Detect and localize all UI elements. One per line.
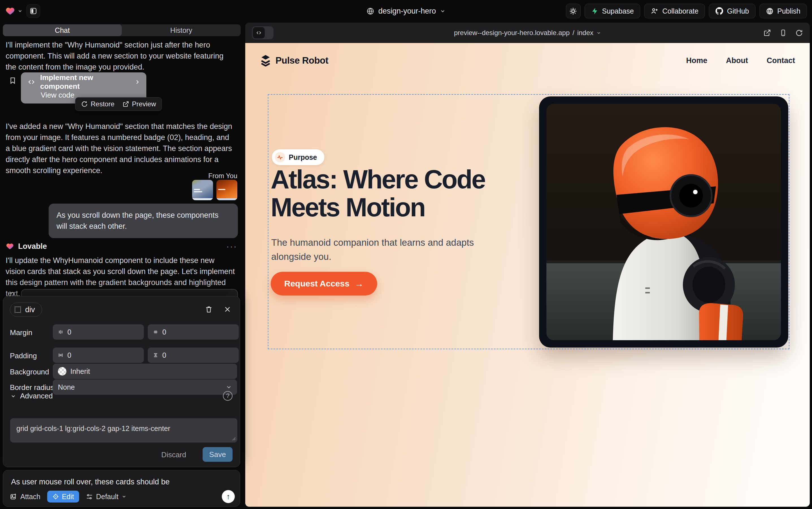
preview-panel: preview--design-your-hero.lovable.app / … <box>245 23 810 507</box>
padding-y-field[interactable] <box>148 347 239 363</box>
mobile-view-button[interactable] <box>779 29 787 37</box>
toggle-sidebar-button[interactable] <box>27 4 40 18</box>
nav-home[interactable]: Home <box>686 56 707 65</box>
preview-url-host: preview--design-your-hero.lovable.app <box>454 29 570 37</box>
model-default-selector[interactable]: Default <box>86 493 126 501</box>
request-access-button[interactable]: Request Access → <box>271 272 377 296</box>
margin-label: Margin <box>10 328 32 337</box>
padding-x-input[interactable] <box>67 351 139 360</box>
site-logo[interactable]: Pulse Robot <box>260 55 328 66</box>
component-card-title: Implement new component <box>40 73 130 91</box>
padding-x-icon <box>58 352 63 358</box>
collaborate-button[interactable]: Collaborate <box>644 4 705 19</box>
margin-y-icon <box>153 329 158 335</box>
github-button[interactable]: GitHub <box>709 4 755 19</box>
edit-mode-button[interactable]: Edit <box>47 490 79 503</box>
site-nav: Home About Contact <box>686 56 795 65</box>
chat-input[interactable]: As user mouse roll over, these cards sho… <box>11 478 232 486</box>
selected-element-chip[interactable]: div <box>10 303 42 317</box>
chevron-down-icon <box>226 384 232 390</box>
help-button[interactable]: ? <box>223 391 232 401</box>
site-brand-name: Pulse Robot <box>275 55 328 66</box>
sidebar-panel-icon <box>30 7 37 15</box>
supabase-icon <box>591 7 598 15</box>
nav-contact[interactable]: Contact <box>767 56 795 65</box>
preview-url-page: index <box>577 29 593 37</box>
padding-y-icon <box>153 352 158 358</box>
restore-label: Restore <box>91 100 114 108</box>
discard-button[interactable]: Discard <box>161 448 186 462</box>
chat-history-tabs: Chat History <box>3 24 241 36</box>
margin-x-input[interactable] <box>67 328 139 336</box>
from-you-label: From You <box>208 172 237 180</box>
restore-icon <box>81 101 88 107</box>
project-switcher[interactable]: design-your-hero <box>366 7 446 15</box>
code-icon <box>27 79 36 86</box>
selected-element-tag: div <box>25 305 35 314</box>
padding-y-input[interactable] <box>162 351 234 360</box>
border-radius-select[interactable]: None <box>53 379 237 395</box>
nav-about[interactable]: About <box>726 56 748 65</box>
assistant-message: I've added a new "Why Humanoid" section … <box>6 121 235 176</box>
robot-image <box>546 104 781 340</box>
save-button[interactable]: Save <box>202 447 232 462</box>
supabase-button[interactable]: Supabase <box>585 4 640 19</box>
background-label: Background <box>10 368 49 376</box>
publish-button[interactable]: Publish <box>760 4 807 19</box>
external-link-icon <box>763 29 771 37</box>
background-value: Inherit <box>70 367 90 376</box>
attachment-thumbnail-1[interactable] <box>192 180 213 200</box>
more-options-icon[interactable] <box>226 241 237 251</box>
chevron-down-icon <box>121 494 126 499</box>
border-radius-value: None <box>58 383 75 392</box>
app-topbar: design-your-hero Supabase Collaborate <box>0 0 812 22</box>
settings-button[interactable] <box>566 4 581 19</box>
attach-label: Attach <box>20 493 40 501</box>
arrow-right-icon: → <box>355 278 364 289</box>
bookmark-icon[interactable] <box>9 76 16 85</box>
publish-globe-icon <box>766 7 774 15</box>
restore-button[interactable]: Restore <box>81 100 114 108</box>
code-preview-toggle[interactable] <box>252 26 273 39</box>
margin-y-input[interactable] <box>162 328 234 336</box>
edit-label: Edit <box>62 493 74 501</box>
lovable-heart-icon <box>5 6 15 16</box>
close-inspector-button[interactable] <box>222 304 232 314</box>
background-field[interactable]: Inherit <box>53 364 237 379</box>
margin-x-field[interactable] <box>53 324 144 340</box>
padding-label: Padding <box>10 351 37 360</box>
attach-button[interactable]: Attach <box>10 493 40 501</box>
refresh-button[interactable] <box>795 29 803 37</box>
delete-element-button[interactable] <box>204 304 214 314</box>
preview-url-separator: / <box>573 29 575 37</box>
margin-y-field[interactable] <box>148 324 239 340</box>
assistant-header: Lovable <box>6 241 237 251</box>
send-button[interactable]: ↑ <box>222 490 235 503</box>
open-in-new-tab-button[interactable] <box>763 29 771 37</box>
layers-logo-icon <box>260 55 271 66</box>
hero-heading: Atlas: Where Code Meets Motion <box>271 165 485 222</box>
lovable-menu-button[interactable] <box>5 6 23 16</box>
dotted-selection-icon <box>15 307 21 313</box>
tab-history[interactable]: History <box>122 24 241 36</box>
site-canvas: Pulse Robot Home About Contact Purpose A… <box>245 43 810 507</box>
tailwind-classes-textarea[interactable]: grid grid-cols-1 lg:grid-cols-2 gap-12 i… <box>10 418 237 443</box>
hero-heading-line1: Atlas: Where Code <box>271 165 485 194</box>
chevron-down-icon <box>440 8 446 14</box>
restore-preview-popover: Restore Preview <box>75 97 162 111</box>
chevron-down-icon <box>10 393 16 399</box>
tab-chat[interactable]: Chat <box>3 24 122 36</box>
refresh-icon <box>795 29 803 37</box>
bookmark-icon <box>9 291 15 296</box>
padding-x-field[interactable] <box>53 347 144 363</box>
preview-url-bar[interactable]: preview--design-your-hero.lovable.app / … <box>454 29 601 37</box>
gear-icon <box>569 7 577 15</box>
project-name: design-your-hero <box>378 7 436 15</box>
close-icon <box>224 306 231 313</box>
chevron-down-icon <box>596 31 601 35</box>
preview-button[interactable]: Preview <box>122 100 156 108</box>
attachment-thumbnail-2[interactable] <box>216 180 237 200</box>
selected-hero-section[interactable]: Purpose Atlas: Where Code Meets Motion T… <box>268 94 789 349</box>
advanced-section-toggle[interactable]: Advanced <box>10 392 53 400</box>
preview-label: Preview <box>132 100 156 108</box>
